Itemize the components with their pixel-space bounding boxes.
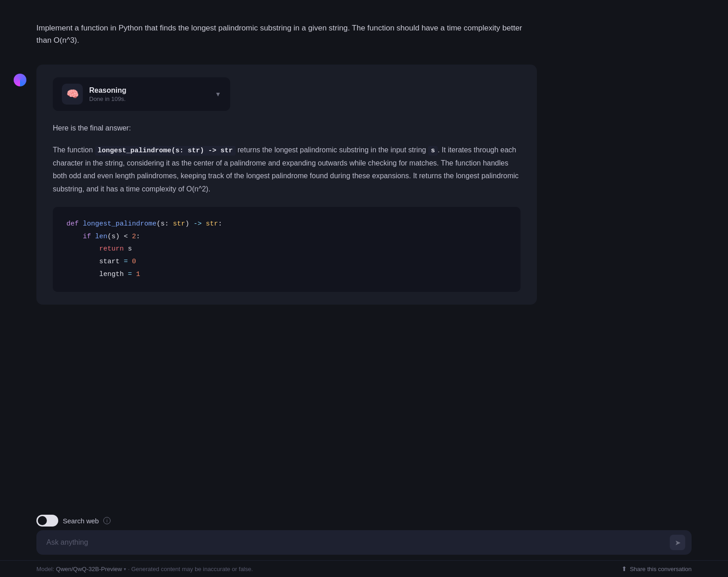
footer-bar: Model: Qwen/QwQ-32B-Preview ▾ · Generate… xyxy=(0,560,728,577)
user-prompt: Implement a function in Python that find… xyxy=(36,22,537,46)
body-text-mid: returns the longest palindromic substrin… xyxy=(236,146,428,154)
search-web-label: Search web xyxy=(63,517,99,525)
share-icon: ⬆ xyxy=(622,565,627,572)
chevron-down-icon: ▼ xyxy=(215,90,221,98)
input-placeholder: Ask anything xyxy=(46,538,668,547)
response-container: 🧠 Reasoning Done in 109s. ▼ Here is the … xyxy=(36,65,537,304)
search-web-toggle[interactable] xyxy=(36,515,58,527)
reasoning-title: Reasoning xyxy=(89,86,208,95)
reasoning-box[interactable]: 🧠 Reasoning Done in 109s. ▼ xyxy=(53,77,230,111)
reasoning-text: Reasoning Done in 109s. xyxy=(89,86,208,102)
model-info: Model: Qwen/QwQ-32B-Preview ▾ · Generate… xyxy=(36,566,253,572)
toggle-knob xyxy=(38,516,47,525)
info-icon[interactable]: i xyxy=(103,517,111,524)
input-row: Ask anything ➤ xyxy=(0,530,728,560)
answer-body: The function longest_palindrome(s: str) … xyxy=(53,144,521,196)
input-box[interactable]: Ask anything ➤ xyxy=(36,530,692,555)
model-name: Qwen/QwQ-32B-Preview xyxy=(56,566,122,572)
answer-intro: Here is the final answer: xyxy=(53,122,521,134)
avatar xyxy=(14,74,26,86)
code-line-5: start = 0 xyxy=(66,256,507,268)
send-icon: ➤ xyxy=(675,538,681,547)
function-signature: longest_palindrome(s: str) -> str xyxy=(95,146,236,156)
share-button[interactable]: ⬆ Share this conversation xyxy=(622,565,692,572)
reasoning-icon: 🧠 xyxy=(62,84,83,105)
model-suffix: · Generated content may be inaccurate or… xyxy=(128,566,253,572)
toggle-wrapper: Search web i xyxy=(36,515,111,527)
send-button[interactable]: ➤ xyxy=(670,535,685,550)
s-variable: s xyxy=(428,146,438,156)
code-line-6: length = 1 xyxy=(66,268,507,281)
reasoning-subtitle: Done in 109s. xyxy=(89,95,208,102)
code-line-3: return s xyxy=(66,243,507,256)
share-label: Share this conversation xyxy=(630,566,692,572)
model-prefix: Model: xyxy=(36,566,54,572)
model-dropdown-chevron[interactable]: ▾ xyxy=(124,567,126,572)
code-block: def longest_palindrome(s: str) -> str: i… xyxy=(53,207,521,292)
main-content: Implement a function in Python that find… xyxy=(0,0,728,510)
code-line-2: if len(s) < 2: xyxy=(66,231,507,243)
bottom-bar: Search web i xyxy=(0,510,728,530)
code-line-1: def longest_palindrome(s: str) -> str: xyxy=(66,218,507,231)
body-text-prefix: The function xyxy=(53,146,95,154)
